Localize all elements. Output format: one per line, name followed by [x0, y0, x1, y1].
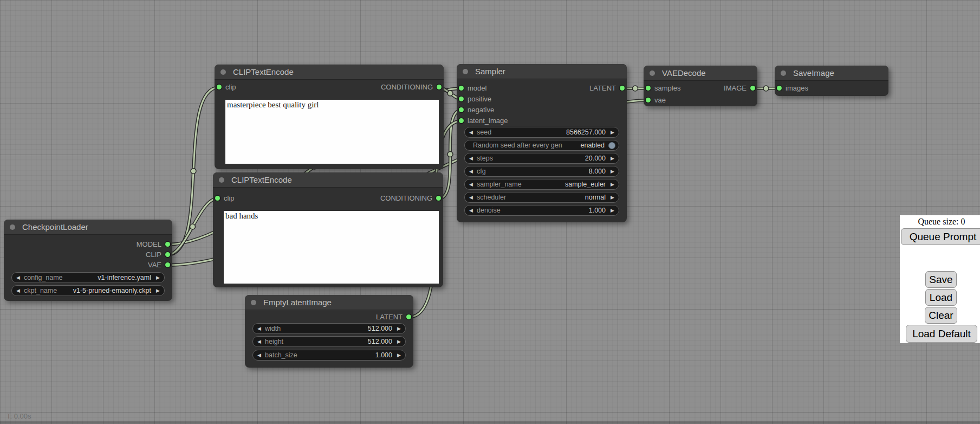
output-slot-model[interactable]: MODEL: [4, 239, 172, 250]
output-port-icon[interactable]: [750, 86, 755, 91]
save-button[interactable]: Save: [925, 271, 957, 288]
link-midpoint-dot[interactable]: [447, 91, 453, 96]
negative-prompt-textarea[interactable]: bad hands: [224, 211, 439, 284]
decrement-arrow-icon[interactable]: ◀: [469, 166, 473, 176]
increment-arrow-icon[interactable]: ▶: [397, 350, 401, 360]
link-midpoint-dot[interactable]: [191, 169, 196, 174]
collapse-dot-icon[interactable]: [10, 224, 15, 230]
queue-prompt-button[interactable]: Queue Prompt: [901, 228, 980, 245]
output-port-icon[interactable]: [436, 196, 441, 201]
node-empty-latent-image[interactable]: EmptyLatentImage LATENT ◀ width 512.000 …: [245, 295, 413, 368]
decrement-arrow-icon[interactable]: ◀: [257, 324, 261, 333]
toggle-indicator-icon[interactable]: [608, 142, 615, 149]
decrement-arrow-icon[interactable]: ◀: [469, 205, 473, 215]
increment-arrow-icon[interactable]: ▶: [611, 166, 614, 176]
node-title-bar[interactable]: Sampler: [457, 64, 627, 79]
widget-ckpt-name[interactable]: ◀ ckpt_name v1-5-pruned-emaonly.ckpt ▶: [11, 285, 165, 296]
node-title-bar[interactable]: CheckpointLoader: [4, 220, 172, 235]
node-title: VAEDecode: [662, 68, 706, 78]
node-title-bar[interactable]: CLIPTextEncode: [215, 65, 444, 80]
input-slot-negative[interactable]: negative: [457, 105, 627, 115]
output-slot-clip[interactable]: CLIP: [4, 249, 172, 260]
increment-arrow-icon[interactable]: ▶: [611, 192, 614, 202]
output-slot-conditioning[interactable]: CONDITIONING: [215, 82, 444, 93]
link-wire: [167, 87, 219, 255]
node-save-image[interactable]: SaveImage images: [775, 66, 888, 96]
load-default-button[interactable]: Load Default: [906, 325, 977, 343]
widget-scheduler[interactable]: ◀ scheduler normal ▶: [464, 192, 619, 203]
output-slot-image[interactable]: IMAGE: [644, 83, 757, 94]
output-slot-vae[interactable]: VAE: [4, 260, 172, 271]
output-slot-latent[interactable]: LATENT: [457, 83, 627, 94]
link-midpoint-dot[interactable]: [763, 86, 769, 91]
node-title-bar[interactable]: VAEDecode: [644, 66, 757, 81]
widget-width[interactable]: ◀ width 512.000 ▶: [252, 323, 406, 334]
input-port-icon[interactable]: [459, 118, 464, 123]
widget-seed[interactable]: ◀ seed 8566257.000 ▶: [464, 127, 619, 138]
input-slot-latent-image[interactable]: latent_image: [457, 115, 627, 126]
decrement-arrow-icon[interactable]: ◀: [257, 337, 261, 346]
widget-height[interactable]: ◀ height 512.000 ▶: [252, 336, 406, 347]
collapse-dot-icon[interactable]: [463, 69, 468, 74]
output-slot-conditioning[interactable]: CONDITIONING: [213, 193, 443, 204]
node-title-bar[interactable]: EmptyLatentImage: [245, 295, 413, 310]
decrement-arrow-icon[interactable]: ◀: [257, 350, 261, 360]
widget-random-seed-toggle[interactable]: Random seed after every gen enabled: [464, 140, 619, 151]
widget-cfg[interactable]: ◀ cfg 8.000 ▶: [464, 166, 619, 177]
increment-arrow-icon[interactable]: ▶: [611, 179, 614, 189]
decrement-arrow-icon[interactable]: ◀: [469, 179, 473, 189]
output-port-icon[interactable]: [165, 262, 170, 267]
input-port-icon[interactable]: [646, 98, 651, 102]
widget-sampler-name[interactable]: ◀ sampler_name sample_euler ▶: [464, 179, 619, 190]
node-vae-decode[interactable]: VAEDecode samples vae IMAGE: [644, 66, 757, 106]
node-clip-text-encode-negative[interactable]: CLIPTextEncode clip CONDITIONING bad han…: [213, 172, 443, 287]
positive-prompt-textarea[interactable]: masterpiece best quality girl: [225, 100, 439, 164]
decrement-arrow-icon[interactable]: ◀: [469, 127, 473, 137]
node-title-bar[interactable]: CLIPTextEncode: [213, 172, 443, 188]
input-slot-images[interactable]: images: [775, 83, 888, 94]
clear-button[interactable]: Clear: [925, 307, 957, 324]
node-title-bar[interactable]: SaveImage: [775, 66, 888, 81]
input-port-icon[interactable]: [777, 86, 782, 91]
widget-steps[interactable]: ◀ steps 20.000 ▶: [464, 153, 619, 164]
widget-label: sampler_name: [477, 179, 522, 189]
output-port-icon[interactable]: [437, 85, 442, 89]
link-midpoint-dot[interactable]: [190, 224, 196, 229]
widget-denoise[interactable]: ◀ denoise 1.000 ▶: [464, 205, 619, 216]
collapse-dot-icon[interactable]: [219, 177, 224, 183]
increment-arrow-icon[interactable]: ▶: [156, 286, 160, 295]
widget-config-name[interactable]: ◀ config_name v1-inference.yaml ▶: [11, 272, 165, 283]
input-slot-positive[interactable]: positive: [457, 94, 627, 105]
widget-batch-size[interactable]: ◀ batch_size 1.000 ▶: [252, 350, 406, 361]
node-sampler[interactable]: Sampler model positive negative latent_i…: [457, 64, 627, 222]
decrement-arrow-icon[interactable]: ◀: [16, 286, 20, 295]
input-port-icon[interactable]: [459, 97, 464, 101]
input-slot-vae[interactable]: vae: [644, 95, 757, 106]
output-port-icon[interactable]: [620, 86, 625, 91]
collapse-dot-icon[interactable]: [220, 69, 226, 75]
load-button[interactable]: Load: [925, 289, 957, 306]
decrement-arrow-icon[interactable]: ◀: [16, 273, 20, 282]
increment-arrow-icon[interactable]: ▶: [611, 127, 614, 137]
increment-arrow-icon[interactable]: ▶: [397, 324, 401, 333]
widget-label: steps: [477, 153, 493, 163]
output-port-icon[interactable]: [406, 314, 411, 319]
increment-arrow-icon[interactable]: ▶: [611, 153, 614, 163]
collapse-dot-icon[interactable]: [650, 70, 655, 76]
collapse-dot-icon[interactable]: [251, 300, 256, 305]
increment-arrow-icon[interactable]: ▶: [611, 205, 614, 215]
node-clip-text-encode-positive[interactable]: CLIPTextEncode clip CONDITIONING masterp…: [215, 65, 444, 169]
output-slot-latent[interactable]: LATENT: [245, 312, 413, 323]
collapse-dot-icon[interactable]: [781, 70, 786, 76]
increment-arrow-icon[interactable]: ▶: [397, 337, 401, 346]
output-port-icon[interactable]: [165, 242, 170, 247]
output-port-icon[interactable]: [165, 252, 170, 257]
link-midpoint-dot[interactable]: [447, 152, 453, 157]
increment-arrow-icon[interactable]: ▶: [156, 273, 160, 282]
link-midpoint-dot[interactable]: [633, 86, 638, 91]
input-port-icon[interactable]: [459, 107, 464, 112]
decrement-arrow-icon[interactable]: ◀: [469, 192, 473, 202]
node-checkpoint-loader[interactable]: CheckpointLoader MODEL CLIP VAE ◀ config…: [4, 220, 172, 301]
widget-label: Random seed after every gen: [473, 140, 562, 150]
decrement-arrow-icon[interactable]: ◀: [469, 153, 473, 163]
